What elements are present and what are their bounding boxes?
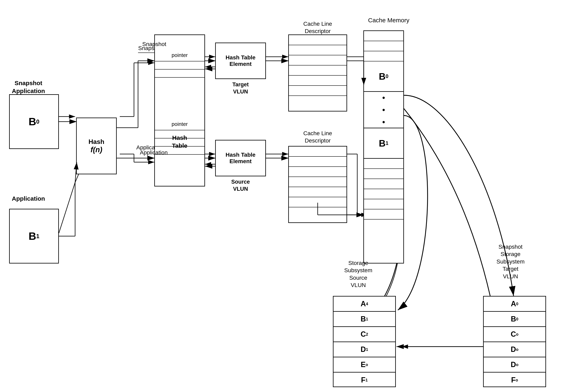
svg-line-3 bbox=[59, 182, 75, 233]
cache-memory-label: Cache Memory bbox=[363, 16, 414, 24]
application-label: Application bbox=[6, 195, 51, 202]
cld1-box bbox=[288, 34, 347, 112]
hash-table-element1: Hash TableElement bbox=[215, 42, 266, 79]
hash-table-container: pointer pointer bbox=[154, 34, 205, 186]
snapshot-target-table: A0 B0 Co Do Do Fo bbox=[483, 296, 546, 387]
snapshot-text: Snapshot bbox=[141, 41, 167, 48]
b1-app-box: B1 bbox=[9, 209, 59, 264]
snapshot-application-label: Snapshot Application bbox=[6, 79, 51, 95]
storage-source-label: StorageSubsystemSourceVLUN bbox=[333, 259, 384, 289]
application-text: Application bbox=[136, 149, 172, 156]
hash-table-element2: Hash TableElement bbox=[215, 140, 266, 176]
hash-table-label: HashTable bbox=[156, 134, 203, 150]
source-vlun-label: SourceVLUN bbox=[219, 178, 262, 193]
cld2-label: Cache LineDescriptor bbox=[290, 130, 345, 144]
snapshot-target-label: SnapshotStorageSubsystemTargetVLUN bbox=[483, 243, 538, 280]
cld2-box bbox=[288, 146, 347, 223]
storage-source-table: A4 B1 C2 D1 Eo F1 bbox=[333, 296, 396, 387]
cld1-label: Cache LineDescriptor bbox=[290, 20, 345, 35]
diagram: Snapshot Application B0 Application B1 H… bbox=[0, 0, 571, 392]
cache-memory-box: B0 ••• B1 bbox=[363, 30, 404, 264]
b0-app-box: B0 bbox=[9, 94, 59, 149]
target-vlun-label: TargetVLUN bbox=[219, 81, 262, 95]
hash-fn-box: Hash f(n) bbox=[76, 118, 117, 174]
